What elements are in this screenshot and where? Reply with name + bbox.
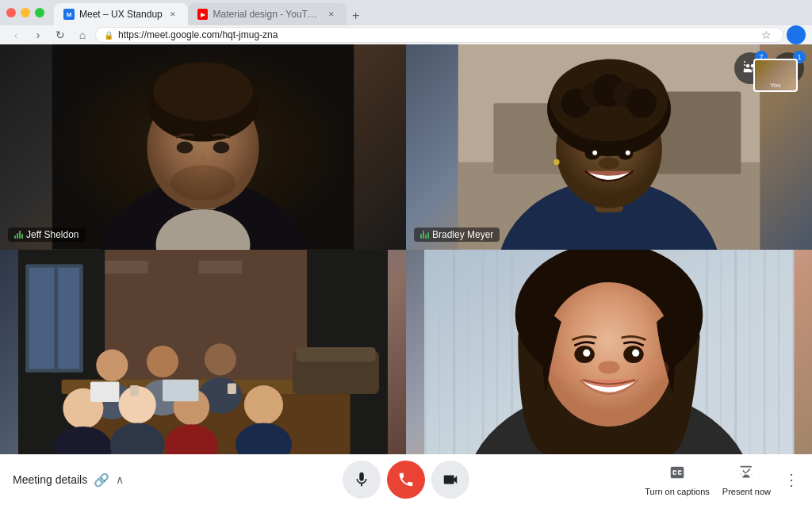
svg-rect-67 [482, 250, 485, 455]
svg-point-29 [599, 158, 620, 170]
self-preview: You [753, 59, 798, 92]
self-preview-label: You [770, 82, 781, 89]
svg-rect-75 [778, 250, 779, 455]
svg-rect-57 [228, 383, 236, 394]
reload-button[interactable]: ↻ [51, 25, 70, 44]
svg-rect-38 [199, 260, 243, 273]
minimize-button[interactable] [21, 8, 30, 17]
bottom-left: Meeting details 🔗 ∧ [13, 472, 124, 488]
home-button[interactable]: ⌂ [73, 25, 92, 44]
jeff-video-bg [0, 44, 406, 250]
bradley-mic-bars [420, 231, 429, 239]
svg-rect-73 [749, 250, 751, 455]
browser-chrome: M Meet – UX Standup ✕ ▶ Material design … [0, 0, 812, 44]
svg-rect-10 [52, 44, 354, 250]
maximize-button[interactable] [35, 8, 44, 17]
svg-rect-74 [764, 250, 766, 455]
present-button[interactable]: Present now [722, 464, 771, 496]
caption-icon [668, 464, 686, 485]
svg-rect-66 [468, 250, 469, 455]
address-bar[interactable]: 🔒 https://meet.google.com/hqt-jmug-zna ☆ [95, 27, 783, 43]
meet-favicon: M [63, 9, 75, 20]
svg-point-30 [553, 159, 559, 165]
caption-label: Turn on captions [645, 487, 710, 496]
meet-bottom-bar: Meeting details 🔗 ∧ [0, 454, 812, 505]
svg-rect-34 [58, 267, 79, 368]
close-button[interactable] [6, 8, 16, 17]
meeting-details-label: Meeting details [13, 473, 87, 486]
svg-rect-65 [453, 250, 455, 455]
meet-top-bar: 7 1 You ⋮ [734, 52, 804, 84]
tab-meet-close[interactable]: ✕ [167, 9, 178, 20]
svg-rect-61 [296, 346, 375, 361]
svg-rect-72 [734, 250, 737, 455]
svg-point-83 [632, 349, 639, 356]
svg-rect-71 [720, 250, 722, 455]
svg-rect-33 [29, 267, 55, 368]
svg-rect-59 [163, 379, 199, 400]
tab-youtube-label: Material design - YouTube [213, 9, 321, 20]
mic-button[interactable] [343, 461, 381, 499]
svg-rect-39 [246, 260, 289, 273]
svg-rect-63 [424, 250, 427, 455]
jeff-name: Jeff Sheldon [26, 229, 79, 240]
svg-rect-56 [130, 385, 139, 396]
nav-bar: ‹ › ↻ ⌂ 🔒 https://meet.google.com/hqt-jm… [0, 25, 812, 44]
svg-rect-37 [151, 260, 195, 273]
youtube-favicon: ▶ [197, 9, 209, 20]
tab-youtube-close[interactable]: ✕ [326, 9, 337, 20]
svg-rect-76 [792, 250, 795, 455]
hangup-button[interactable] [387, 461, 425, 499]
window-controls [6, 8, 44, 17]
woman-video-bg [406, 250, 812, 455]
svg-point-82 [583, 349, 590, 356]
url-text: https://meet.google.com/hqt-jmug-zna [118, 29, 278, 40]
details-chevron-icon[interactable]: ∧ [116, 473, 124, 486]
new-tab-button[interactable]: + [347, 6, 366, 25]
lock-icon: 🔒 [104, 31, 113, 40]
bookmark-icon[interactable]: ☆ [758, 29, 775, 41]
svg-point-28 [626, 151, 630, 155]
svg-point-79 [544, 281, 674, 426]
svg-point-26 [618, 147, 633, 159]
tab-bar: M Meet – UX Standup ✕ ▶ Material design … [0, 0, 812, 25]
svg-rect-68 [496, 250, 498, 455]
svg-rect-36 [105, 260, 148, 273]
link-icon[interactable]: 🔗 [94, 472, 109, 488]
svg-point-24 [627, 89, 657, 118]
group-video-bg [0, 250, 406, 455]
svg-point-54 [244, 385, 283, 424]
caption-button[interactable]: Turn on captions [645, 464, 710, 496]
forward-button[interactable]: › [29, 25, 48, 44]
bradley-name: Bradley Meyer [432, 229, 493, 240]
profile-button[interactable] [787, 25, 806, 44]
svg-point-46 [205, 343, 236, 375]
svg-point-27 [592, 151, 597, 155]
jeff-name-tag: Jeff Sheldon [8, 228, 86, 242]
bottom-center [343, 461, 469, 499]
svg-rect-64 [439, 250, 440, 455]
video-grid: Jeff Sheldon [0, 44, 812, 454]
video-cell-jeff: Jeff Sheldon [0, 44, 406, 250]
bottom-right: Turn on captions Present now ⋮ [645, 464, 799, 496]
camera-button[interactable] [431, 461, 469, 499]
svg-point-85 [549, 358, 580, 379]
svg-point-44 [147, 346, 178, 377]
video-cell-woman [406, 250, 812, 455]
tabs-container: M Meet – UX Standup ✕ ▶ Material design … [54, 0, 366, 25]
bradley-name-tag: Bradley Meyer [414, 228, 500, 242]
svg-point-84 [598, 361, 619, 373]
tab-youtube[interactable]: ▶ Material design - YouTube ✕ [188, 3, 347, 25]
svg-point-42 [96, 349, 128, 381]
video-cell-group [0, 250, 406, 455]
svg-point-25 [585, 147, 600, 159]
self-preview-more[interactable]: ⋮ [739, 59, 750, 71]
back-button[interactable]: ‹ [6, 25, 25, 44]
present-icon [737, 464, 755, 485]
present-label: Present now [722, 487, 771, 496]
svg-rect-58 [90, 381, 119, 401]
more-options-button[interactable]: ⋮ [783, 470, 799, 489]
svg-point-86 [637, 358, 668, 379]
tab-meet[interactable]: M Meet – UX Standup ✕ [54, 3, 188, 25]
meet-container: Jeff Sheldon [0, 44, 812, 505]
